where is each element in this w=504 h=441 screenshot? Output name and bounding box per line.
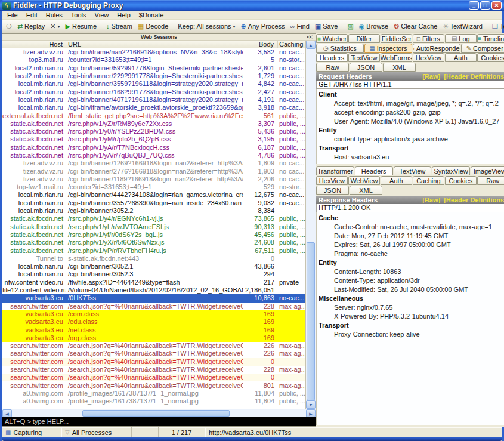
session-row[interactable]: search.twitter.com/search.json?q=%40rian… (2, 381, 305, 389)
tab-textview[interactable]: TextView (394, 166, 432, 175)
session-row[interactable]: static.ak.fbcdn.net/rsrc.php/v1/yM/r/pIo… (2, 135, 305, 143)
tab-webforms[interactable]: WebForms (381, 53, 412, 62)
session-row[interactable]: nfw.content-video.ru/flv/file.aspx?ID=44… (2, 279, 305, 286)
toolbar-textwizard-button[interactable]: ✳TextWizard (440, 22, 485, 30)
close-button[interactable]: ✕ (491, 1, 502, 10)
session-row[interactable]: vadsarta3.eu/com.class169 (2, 310, 305, 318)
horizontal-scroll-track[interactable] (12, 409, 306, 417)
session-row[interactable]: search.twitter.com/search.json?q=%40rian… (2, 358, 305, 366)
tab-webview[interactable]: WebView (348, 176, 380, 185)
session-row[interactable]: local.mb.rian.ru/cgi-bin/banner/3052.143… (2, 263, 305, 270)
tab-headers[interactable]: Headers (355, 166, 393, 175)
toolbar-keep-all-sessions-button[interactable]: Keep: All sessions▾ (175, 22, 237, 30)
session-row[interactable]: static.ak.fbcdn.net/rsrc.php/v1/yf/r/0dS… (2, 231, 305, 239)
session-row[interactable]: top-fwz1.mail.ru/counter?id=331653;t=49;… (2, 183, 305, 191)
menu-help[interactable]: Help (113, 11, 135, 18)
toolbar-browse-button[interactable]: ◉Browse (357, 22, 391, 30)
session-row[interactable]: local.mb.rian.ru/cgi-bin/banner/3052.28,… (2, 207, 305, 215)
menu-view[interactable]: View (91, 11, 113, 18)
tab-inspectors[interactable]: ▦Inspectors (364, 44, 412, 53)
toolbar-image-button[interactable]: ▨ (345, 23, 355, 30)
toolbar-find-button[interactable]: ∞Find (288, 22, 312, 30)
tab-log[interactable]: ▤Log (445, 34, 477, 43)
session-row[interactable]: local.mb.rian.ru/cgi-bin/iframe/avtorski… (2, 104, 305, 112)
session-row[interactable]: search.twitter.com/search.json?q=%40rian… (2, 342, 305, 350)
capturing-toggle[interactable]: ▦ Capturing (2, 427, 61, 437)
toolbar-replay-button[interactable]: ⇄Replay (15, 22, 47, 30)
session-row[interactable]: tizer.adv.vz.ru/cgi-bin/banner/2776?1669… (2, 167, 305, 175)
session-row[interactable]: local.mb.rian.ru/cgi-bin/banner/3557?683… (2, 199, 305, 207)
session-row[interactable]: search.twitter.com/search.json?q=%40rian… (2, 374, 305, 381)
session-row[interactable]: local.mb.rian.ru/cgi-bin/banner/4442?341… (2, 191, 305, 199)
tab-cookies[interactable]: Cookies (445, 176, 477, 185)
scroll-down-icon[interactable]: ▼ (306, 400, 316, 409)
column-header-url[interactable]: URL (66, 41, 243, 48)
toolbar-decode-button[interactable]: ▦Decode (135, 22, 171, 30)
session-row[interactable]: static.ak.fbcdn.net/rsrc.php/v1/y4/r/EGN… (2, 215, 305, 223)
toolbar-comment-button[interactable]: ❍ (4, 23, 14, 30)
minimize-button[interactable]: _ (469, 1, 479, 10)
horizontal-scrollbar[interactable]: ◀ ▶ (2, 409, 316, 417)
session-row[interactable]: local.mb.rian.ru/cgi-bin/banner/3052.329… (2, 270, 305, 278)
tab-composer[interactable]: ✎Composer (461, 44, 504, 53)
scroll-up-icon[interactable]: ▲ (306, 41, 316, 49)
toolbar-any-process-button[interactable]: ⊕Any Process (239, 22, 287, 30)
session-row[interactable]: static.ak.fbcdn.net/rsrc.php/v1/yP/r/RVT… (2, 246, 305, 254)
tab-caching[interactable]: Caching (413, 176, 444, 185)
quickexec-bar[interactable]: ALT+Q > type HELP... (2, 417, 316, 426)
session-row[interactable]: static.ak.fbcdn.net/rsrc.php/v1/yA/r/T7N… (2, 144, 305, 152)
tab-timeline[interactable]: ≡Timeline (477, 34, 504, 43)
menu-file[interactable]: File (3, 11, 22, 18)
horizontal-scroll-thumb[interactable] (82, 410, 230, 417)
session-row[interactable]: tizer.adv.vz.ru/cgi-bin/iframe/rian2?166… (2, 48, 305, 56)
tab-raw[interactable]: Raw (477, 176, 504, 185)
tab-json[interactable]: JSON (350, 63, 382, 72)
vertical-scroll-track[interactable] (306, 49, 316, 400)
session-row[interactable]: a0.twimg.com/profile_images/1617387137/1… (2, 397, 305, 405)
session-row[interactable]: file12.content-video.ru/Volume04/UnNamed… (2, 286, 305, 294)
session-row[interactable]: vadsarta3.eu/edu.class169 (2, 318, 305, 326)
tab-syntaxview[interactable]: SyntaxView (432, 166, 470, 175)
session-row[interactable]: tizer.adv.vz.ru/cgi-bin/banner/1269?1669… (2, 159, 305, 167)
maximize-button[interactable]: □ (480, 1, 490, 10)
session-row[interactable]: local2.mb.rian.ru/cgi-bin/banner/59?9917… (2, 64, 305, 72)
session-row[interactable]: external.ak.fbcdn.net/fbml_static_get.ph… (2, 112, 305, 119)
tab-auth[interactable]: Auth (445, 53, 477, 62)
column-header-body[interactable]: Body (243, 41, 278, 48)
tab-filters[interactable]: □Filters (413, 34, 444, 43)
menu-donate[interactable]: $Donate (135, 11, 168, 18)
tab-hexview[interactable]: HexView (316, 176, 348, 185)
menu-edit[interactable]: Edit (22, 11, 42, 18)
session-row[interactable]: vadsarta3.eu/net.class169 (2, 326, 305, 334)
session-row[interactable]: tizer.adv.vz.ru/cgi-bin/banner/1189?1669… (2, 175, 305, 183)
tab-autoresponder[interactable]: ϟAutoResponder (413, 44, 460, 53)
session-row[interactable]: vadsarta3.eu/org.class169 (2, 334, 305, 342)
tab-raw[interactable]: Raw (316, 63, 349, 72)
session-row[interactable]: Tunnel tos-static.ak.fbcdn.net:4430 (2, 255, 305, 263)
session-row[interactable]: local.mb.rian.ru/cgi-bin/banner/3559?196… (2, 80, 305, 88)
column-header-caching[interactable]: Caching (278, 41, 305, 48)
menu-tools[interactable]: Tools (67, 11, 91, 18)
session-row[interactable]: static.ak.fbcdn.net/rsrc.php/v1/yL/r/wJV… (2, 223, 305, 231)
tab-auth[interactable]: Auth (381, 176, 412, 185)
session-row[interactable]: search.twitter.com/search.json?q=%40rian… (2, 303, 305, 310)
request-raw-link[interactable]: [Raw] (422, 73, 440, 80)
toolbar-clear-cache-button[interactable]: ❂Clear Cache (391, 22, 440, 30)
response-header-definitions-link[interactable]: [Header Definitions] (444, 196, 504, 203)
tab-xml[interactable]: XML (383, 63, 416, 72)
tab-fiddlerscript[interactable]: ▤FiddlerScript (381, 34, 412, 43)
toolbar-save-button[interactable]: ▣Save (313, 22, 340, 30)
tab-xml[interactable]: XML (350, 186, 382, 195)
toolbar-tearoff-button[interactable]: ❏Tearoff (490, 22, 504, 30)
session-row[interactable]: local.mb.rian.ru/cgi-bin/banner/4071?196… (2, 96, 305, 104)
tab-json[interactable]: JSON (316, 186, 349, 195)
session-row[interactable]: static.ak.fbcdn.net/rsrc.php/v1/yX/r/5f6… (2, 239, 305, 246)
collapse-panel-button[interactable]: << (307, 34, 312, 41)
toolbar-stream-button[interactable]: ↓Stream (104, 22, 135, 30)
tab-hexview[interactable]: HexView (413, 53, 444, 62)
tab-textview[interactable]: TextView (348, 53, 380, 62)
menu-rules[interactable]: Rules (42, 11, 67, 18)
tab-headers[interactable]: Headers (316, 53, 348, 62)
tab-cookies[interactable]: Cookies (477, 53, 504, 62)
request-header-definitions-link[interactable]: [Header Definitions] (444, 73, 504, 80)
